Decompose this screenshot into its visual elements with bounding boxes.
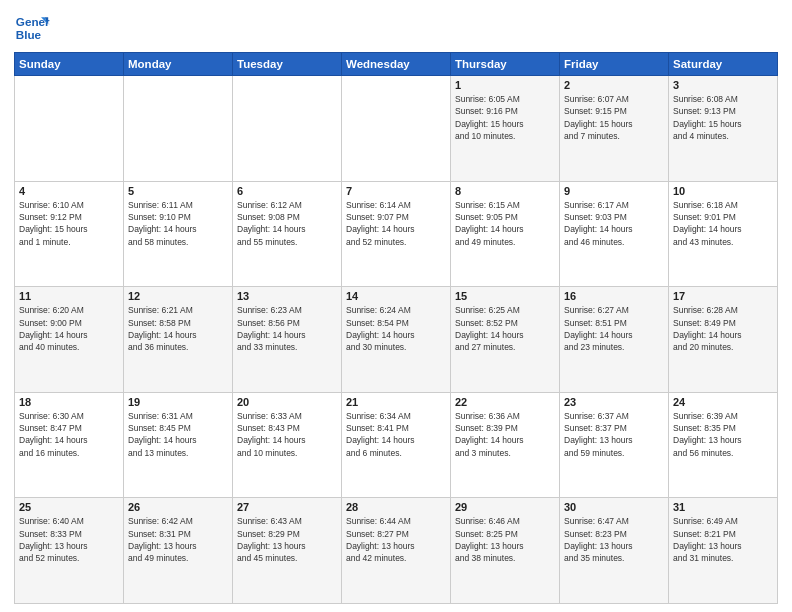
- svg-text:General: General: [16, 15, 50, 28]
- calendar-cell: 12Sunrise: 6:21 AM Sunset: 8:58 PM Dayli…: [124, 287, 233, 393]
- calendar-cell: 24Sunrise: 6:39 AM Sunset: 8:35 PM Dayli…: [669, 392, 778, 498]
- weekday-header-saturday: Saturday: [669, 53, 778, 76]
- calendar-cell: 10Sunrise: 6:18 AM Sunset: 9:01 PM Dayli…: [669, 181, 778, 287]
- day-info: Sunrise: 6:10 AM Sunset: 9:12 PM Dayligh…: [19, 199, 119, 248]
- logo: General Blue: [14, 10, 50, 46]
- calendar-cell: 11Sunrise: 6:20 AM Sunset: 9:00 PM Dayli…: [15, 287, 124, 393]
- generalblue-logo-icon: General Blue: [14, 10, 50, 46]
- day-number: 16: [564, 290, 664, 302]
- weekday-header-tuesday: Tuesday: [233, 53, 342, 76]
- day-info: Sunrise: 6:36 AM Sunset: 8:39 PM Dayligh…: [455, 410, 555, 459]
- calendar-cell: 28Sunrise: 6:44 AM Sunset: 8:27 PM Dayli…: [342, 498, 451, 604]
- calendar-cell: 21Sunrise: 6:34 AM Sunset: 8:41 PM Dayli…: [342, 392, 451, 498]
- calendar-cell: 15Sunrise: 6:25 AM Sunset: 8:52 PM Dayli…: [451, 287, 560, 393]
- day-info: Sunrise: 6:40 AM Sunset: 8:33 PM Dayligh…: [19, 515, 119, 564]
- day-number: 25: [19, 501, 119, 513]
- day-number: 10: [673, 185, 773, 197]
- calendar-cell: 9Sunrise: 6:17 AM Sunset: 9:03 PM Daylig…: [560, 181, 669, 287]
- weekday-header-sunday: Sunday: [15, 53, 124, 76]
- day-number: 24: [673, 396, 773, 408]
- week-row-1: 1Sunrise: 6:05 AM Sunset: 9:16 PM Daylig…: [15, 76, 778, 182]
- day-info: Sunrise: 6:15 AM Sunset: 9:05 PM Dayligh…: [455, 199, 555, 248]
- day-number: 13: [237, 290, 337, 302]
- day-number: 12: [128, 290, 228, 302]
- day-info: Sunrise: 6:14 AM Sunset: 9:07 PM Dayligh…: [346, 199, 446, 248]
- day-info: Sunrise: 6:08 AM Sunset: 9:13 PM Dayligh…: [673, 93, 773, 142]
- day-number: 2: [564, 79, 664, 91]
- day-info: Sunrise: 6:46 AM Sunset: 8:25 PM Dayligh…: [455, 515, 555, 564]
- calendar-cell: [124, 76, 233, 182]
- day-number: 14: [346, 290, 446, 302]
- calendar-cell: 6Sunrise: 6:12 AM Sunset: 9:08 PM Daylig…: [233, 181, 342, 287]
- day-number: 19: [128, 396, 228, 408]
- calendar-cell: 27Sunrise: 6:43 AM Sunset: 8:29 PM Dayli…: [233, 498, 342, 604]
- calendar-cell: 26Sunrise: 6:42 AM Sunset: 8:31 PM Dayli…: [124, 498, 233, 604]
- weekday-header-friday: Friday: [560, 53, 669, 76]
- day-number: 27: [237, 501, 337, 513]
- calendar-cell: 1Sunrise: 6:05 AM Sunset: 9:16 PM Daylig…: [451, 76, 560, 182]
- day-number: 6: [237, 185, 337, 197]
- day-info: Sunrise: 6:31 AM Sunset: 8:45 PM Dayligh…: [128, 410, 228, 459]
- day-info: Sunrise: 6:17 AM Sunset: 9:03 PM Dayligh…: [564, 199, 664, 248]
- week-row-4: 18Sunrise: 6:30 AM Sunset: 8:47 PM Dayli…: [15, 392, 778, 498]
- day-info: Sunrise: 6:11 AM Sunset: 9:10 PM Dayligh…: [128, 199, 228, 248]
- day-number: 5: [128, 185, 228, 197]
- calendar-cell: [342, 76, 451, 182]
- day-info: Sunrise: 6:39 AM Sunset: 8:35 PM Dayligh…: [673, 410, 773, 459]
- week-row-5: 25Sunrise: 6:40 AM Sunset: 8:33 PM Dayli…: [15, 498, 778, 604]
- day-number: 1: [455, 79, 555, 91]
- calendar-table: SundayMondayTuesdayWednesdayThursdayFrid…: [14, 52, 778, 604]
- day-info: Sunrise: 6:34 AM Sunset: 8:41 PM Dayligh…: [346, 410, 446, 459]
- calendar-cell: 23Sunrise: 6:37 AM Sunset: 8:37 PM Dayli…: [560, 392, 669, 498]
- calendar-cell: 8Sunrise: 6:15 AM Sunset: 9:05 PM Daylig…: [451, 181, 560, 287]
- day-info: Sunrise: 6:42 AM Sunset: 8:31 PM Dayligh…: [128, 515, 228, 564]
- weekday-header-wednesday: Wednesday: [342, 53, 451, 76]
- day-number: 9: [564, 185, 664, 197]
- day-info: Sunrise: 6:12 AM Sunset: 9:08 PM Dayligh…: [237, 199, 337, 248]
- day-number: 26: [128, 501, 228, 513]
- day-number: 28: [346, 501, 446, 513]
- header: General Blue: [14, 10, 778, 46]
- day-info: Sunrise: 6:24 AM Sunset: 8:54 PM Dayligh…: [346, 304, 446, 353]
- day-number: 7: [346, 185, 446, 197]
- day-number: 8: [455, 185, 555, 197]
- week-row-2: 4Sunrise: 6:10 AM Sunset: 9:12 PM Daylig…: [15, 181, 778, 287]
- calendar-cell: 18Sunrise: 6:30 AM Sunset: 8:47 PM Dayli…: [15, 392, 124, 498]
- day-number: 29: [455, 501, 555, 513]
- calendar-cell: 2Sunrise: 6:07 AM Sunset: 9:15 PM Daylig…: [560, 76, 669, 182]
- calendar-cell: 30Sunrise: 6:47 AM Sunset: 8:23 PM Dayli…: [560, 498, 669, 604]
- weekday-header-row: SundayMondayTuesdayWednesdayThursdayFrid…: [15, 53, 778, 76]
- calendar-cell: 29Sunrise: 6:46 AM Sunset: 8:25 PM Dayli…: [451, 498, 560, 604]
- weekday-header-thursday: Thursday: [451, 53, 560, 76]
- day-number: 23: [564, 396, 664, 408]
- calendar-cell: 13Sunrise: 6:23 AM Sunset: 8:56 PM Dayli…: [233, 287, 342, 393]
- day-info: Sunrise: 6:33 AM Sunset: 8:43 PM Dayligh…: [237, 410, 337, 459]
- day-info: Sunrise: 6:49 AM Sunset: 8:21 PM Dayligh…: [673, 515, 773, 564]
- calendar-cell: 3Sunrise: 6:08 AM Sunset: 9:13 PM Daylig…: [669, 76, 778, 182]
- day-number: 15: [455, 290, 555, 302]
- day-number: 30: [564, 501, 664, 513]
- calendar-cell: 19Sunrise: 6:31 AM Sunset: 8:45 PM Dayli…: [124, 392, 233, 498]
- calendar-cell: 7Sunrise: 6:14 AM Sunset: 9:07 PM Daylig…: [342, 181, 451, 287]
- day-number: 31: [673, 501, 773, 513]
- calendar-cell: 5Sunrise: 6:11 AM Sunset: 9:10 PM Daylig…: [124, 181, 233, 287]
- day-number: 21: [346, 396, 446, 408]
- day-info: Sunrise: 6:43 AM Sunset: 8:29 PM Dayligh…: [237, 515, 337, 564]
- day-info: Sunrise: 6:07 AM Sunset: 9:15 PM Dayligh…: [564, 93, 664, 142]
- calendar-cell: 20Sunrise: 6:33 AM Sunset: 8:43 PM Dayli…: [233, 392, 342, 498]
- day-info: Sunrise: 6:47 AM Sunset: 8:23 PM Dayligh…: [564, 515, 664, 564]
- day-info: Sunrise: 6:21 AM Sunset: 8:58 PM Dayligh…: [128, 304, 228, 353]
- page: General Blue SundayMondayTuesdayWednesda…: [0, 0, 792, 612]
- day-info: Sunrise: 6:27 AM Sunset: 8:51 PM Dayligh…: [564, 304, 664, 353]
- calendar-cell: 14Sunrise: 6:24 AM Sunset: 8:54 PM Dayli…: [342, 287, 451, 393]
- day-info: Sunrise: 6:05 AM Sunset: 9:16 PM Dayligh…: [455, 93, 555, 142]
- day-info: Sunrise: 6:28 AM Sunset: 8:49 PM Dayligh…: [673, 304, 773, 353]
- day-info: Sunrise: 6:23 AM Sunset: 8:56 PM Dayligh…: [237, 304, 337, 353]
- calendar-cell: 16Sunrise: 6:27 AM Sunset: 8:51 PM Dayli…: [560, 287, 669, 393]
- day-number: 11: [19, 290, 119, 302]
- day-number: 17: [673, 290, 773, 302]
- day-number: 18: [19, 396, 119, 408]
- calendar-cell: 17Sunrise: 6:28 AM Sunset: 8:49 PM Dayli…: [669, 287, 778, 393]
- weekday-header-monday: Monday: [124, 53, 233, 76]
- calendar-cell: [233, 76, 342, 182]
